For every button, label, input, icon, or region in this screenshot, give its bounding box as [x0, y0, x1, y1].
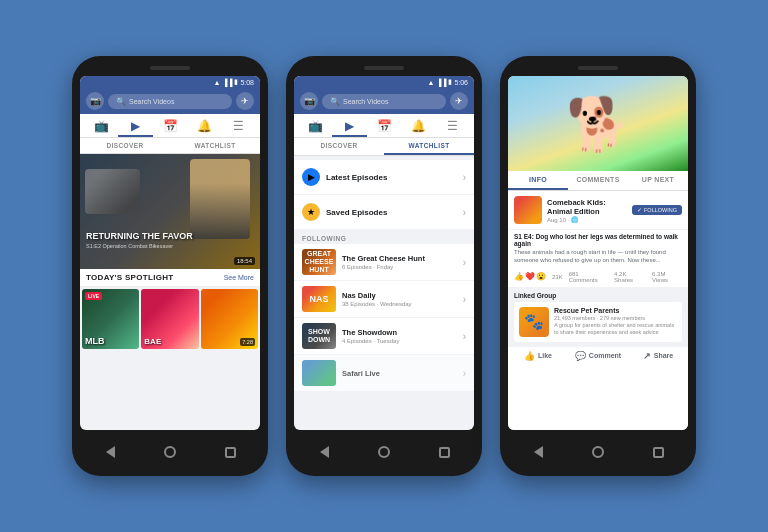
dog-icon: 🐕: [566, 98, 631, 150]
phone-2-screen: ▲ ▐▐ ▮ 5:06 📷 🔍 Search Videos ✈ 📺: [294, 76, 474, 430]
bae-label: BAE: [144, 337, 161, 346]
phone-2-speaker: [364, 66, 404, 70]
saved-episodes[interactable]: ★ Saved Episodes ›: [294, 195, 474, 230]
search-icon-2: 🔍: [330, 97, 340, 106]
battery-icon: ▮: [234, 78, 238, 86]
phone-2-nav: [294, 438, 474, 466]
saved-chevron: ›: [463, 207, 466, 218]
tab-watchlist[interactable]: WATCHLIST: [170, 138, 260, 153]
tab-discover-2[interactable]: DISCOVER: [294, 138, 384, 155]
spotlight-item-3[interactable]: 7:28: [201, 289, 258, 349]
show-details: Comeback Kids: Animal Edition Aug 10 · 🌐: [547, 198, 632, 223]
like-label: Like: [538, 352, 552, 359]
tv-icon-2: 📺: [308, 119, 323, 133]
recents-button-2[interactable]: [437, 445, 451, 459]
tab-watch-active-2[interactable]: ▶: [332, 114, 366, 137]
messenger-icon-2[interactable]: ✈: [450, 92, 468, 110]
like-emoji: 👍: [514, 272, 524, 281]
home-button-3[interactable]: [591, 445, 605, 459]
person-visual: [190, 159, 250, 239]
reaction-icons: 👍 ❤️ 😮: [514, 272, 546, 281]
status-icons: ▲ ▐▐ ▮ 5:08: [214, 78, 254, 86]
live-badge: LIVE: [85, 292, 102, 300]
cheese-info: The Great Cheese Hunt 6 Episodes · Frida…: [342, 254, 463, 270]
latest-label: Latest Episodes: [326, 173, 463, 182]
back-button-3[interactable]: [531, 445, 545, 459]
time-display-2: 5:06: [454, 79, 468, 86]
cheese-thumb: GREATCHEESEHUNT: [302, 249, 336, 275]
comment-label: Comment: [589, 352, 621, 359]
dog-visual: 🐕: [508, 76, 688, 171]
cheese-name: The Great Cheese Hunt: [342, 254, 463, 263]
home-button-2[interactable]: [377, 445, 391, 459]
wow-emoji: 😮: [536, 272, 546, 281]
like-button[interactable]: 👍 Like: [508, 351, 568, 361]
tab-discover[interactable]: DISCOVER: [80, 138, 170, 153]
following-item-safari[interactable]: Safari Live ›: [294, 355, 474, 392]
phone-1-nav: [80, 438, 260, 466]
saved-label: Saved Episodes: [326, 208, 463, 217]
back-button-1[interactable]: [103, 445, 117, 459]
back-button-2[interactable]: [317, 445, 331, 459]
following-label: FOLLOWING: [294, 230, 474, 244]
camera-icon[interactable]: 📷: [86, 92, 104, 110]
linked-group: Linked Group 🐾 Rescue Pet Parents 21,493…: [508, 288, 688, 346]
see-more-link[interactable]: See More: [224, 274, 254, 281]
search-placeholder-1: Search Videos: [129, 98, 174, 105]
video-content: Comeback Kids: Animal Edition Aug 10 · 🌐…: [508, 191, 688, 430]
tab-bell-2[interactable]: 🔔: [401, 114, 435, 137]
tv-icon: 📺: [94, 119, 109, 133]
tab-list-2[interactable]: ☰: [436, 114, 470, 137]
spotlight-item-1[interactable]: LIVE MLB: [82, 289, 139, 349]
following-item-nas[interactable]: NAS Nas Daily 38 Episodes · Wednesday ›: [294, 281, 474, 318]
search-input-1[interactable]: 🔍 Search Videos: [108, 94, 232, 109]
tab-calendar-2[interactable]: 📅: [367, 114, 401, 137]
tab-comments[interactable]: COMMENTS: [568, 171, 628, 190]
phone-3-speaker: [578, 66, 618, 70]
following-badge[interactable]: ✓ FOLLOWING: [632, 205, 682, 215]
share-icon: ↗: [643, 351, 651, 361]
love-emoji: ❤️: [525, 272, 535, 281]
tab-info[interactable]: INFO: [508, 171, 568, 190]
nas-name: Nas Daily: [342, 291, 463, 300]
tab-watchlist-2[interactable]: WATCHLIST: [384, 138, 474, 155]
tab-list[interactable]: ☰: [222, 114, 256, 137]
phone-2: ▲ ▐▐ ▮ 5:06 📷 🔍 Search Videos ✈ 📺: [286, 56, 482, 476]
home-button-1[interactable]: [163, 445, 177, 459]
share-button[interactable]: ↗ Share: [628, 351, 688, 361]
recents-button-1[interactable]: [223, 445, 237, 459]
hero-video-1[interactable]: RETURNING THE FAVOR S1:E2 Operation Comb…: [80, 154, 260, 269]
following-item-showdown[interactable]: SHOWDOWN The Showdown 4 Episodes · Tuesd…: [294, 318, 474, 355]
showdown-meta: 4 Episodes · Tuesday: [342, 338, 463, 344]
cheese-chevron: ›: [463, 257, 466, 268]
following-item-cheese[interactable]: GREATCHEESEHUNT The Great Cheese Hunt 6 …: [294, 244, 474, 281]
phone-1-search-bar: 📷 🔍 Search Videos ✈: [80, 88, 260, 114]
phone-1-screen: ▲ ▐▐ ▮ 5:08 📷 🔍 Search Videos ✈ 📺: [80, 76, 260, 430]
latest-episodes[interactable]: ▶ Latest Episodes ›: [294, 160, 474, 195]
calendar-icon: 📅: [163, 119, 178, 133]
latest-icon: ▶: [302, 168, 320, 186]
nas-info: Nas Daily 38 Episodes · Wednesday: [342, 291, 463, 307]
comment-button[interactable]: 💬 Comment: [568, 351, 628, 361]
phones-container: ▲ ▐▐ ▮ 5:08 📷 🔍 Search Videos ✈ 📺: [72, 56, 696, 476]
recents-button-3[interactable]: [651, 445, 665, 459]
tab-watch-active[interactable]: ▶: [118, 114, 152, 137]
camera-icon-2[interactable]: 📷: [300, 92, 318, 110]
video-hero[interactable]: 🐕: [508, 76, 688, 171]
spotlight-item-2[interactable]: BAE: [141, 289, 198, 349]
search-input-2[interactable]: 🔍 Search Videos: [322, 94, 446, 109]
calendar-icon-2: 📅: [377, 119, 392, 133]
hero-subtitle: S1:E2 Operation Combat Bikesaver: [86, 243, 193, 249]
tab-tv[interactable]: 📺: [84, 114, 118, 137]
group-row[interactable]: 🐾 Rescue Pet Parents 21,493 members · 27…: [514, 302, 682, 342]
messenger-icon-1[interactable]: ✈: [236, 92, 254, 110]
search-icon: 🔍: [116, 97, 126, 106]
showdown-chevron: ›: [463, 331, 466, 342]
tab-calendar[interactable]: 📅: [153, 114, 187, 137]
phone-3-nav: [508, 438, 688, 466]
motorcycle-visual: [85, 169, 140, 214]
tab-tv-2[interactable]: 📺: [298, 114, 332, 137]
tab-bell[interactable]: 🔔: [187, 114, 221, 137]
tab-up-next[interactable]: UP NEXT: [628, 171, 688, 190]
like-icon: 👍: [524, 351, 535, 361]
